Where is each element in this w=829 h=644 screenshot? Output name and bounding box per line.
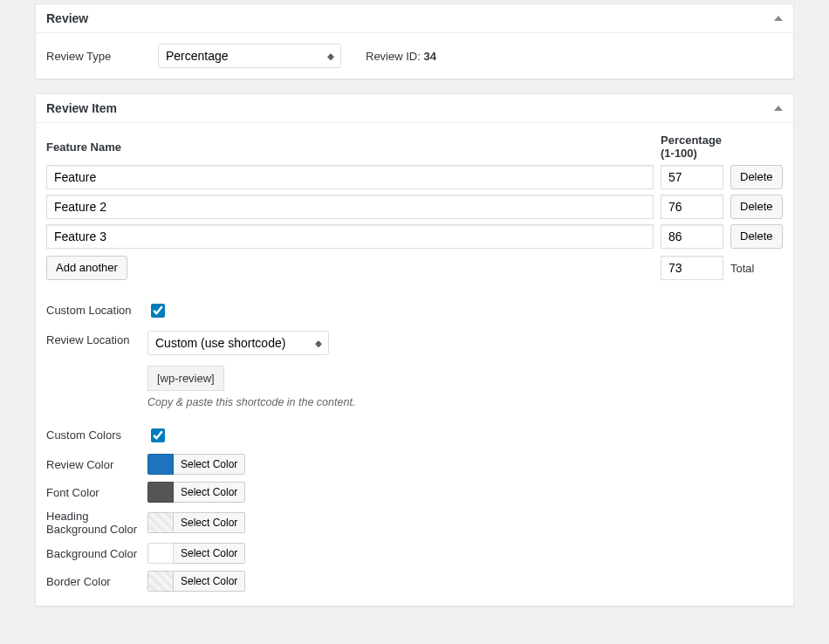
feature-name-input[interactable] bbox=[46, 165, 654, 189]
shortcode-hint: Copy & paste this shortcode in the conte… bbox=[147, 396, 783, 408]
review-panel-title: Review bbox=[46, 11, 88, 25]
feature-row: Delete bbox=[46, 195, 783, 219]
review-panel-header[interactable]: Review bbox=[36, 4, 793, 33]
feature-name-input[interactable] bbox=[46, 195, 654, 219]
color-label: Review Color bbox=[46, 458, 147, 471]
col-percentage: Percentage (1-100) bbox=[661, 134, 723, 160]
review-location-label: Review Location bbox=[46, 331, 147, 346]
feature-name-input[interactable] bbox=[46, 224, 654, 249]
feature-row: Delete bbox=[46, 165, 783, 189]
color-row: Heading Background ColorSelect Color bbox=[46, 506, 783, 539]
custom-location-checkbox[interactable] bbox=[151, 304, 165, 318]
collapse-toggle-icon[interactable] bbox=[774, 106, 783, 111]
delete-button[interactable]: Delete bbox=[730, 224, 783, 249]
color-swatch[interactable] bbox=[147, 543, 174, 564]
color-swatch[interactable] bbox=[147, 571, 174, 592]
feature-row: Delete bbox=[46, 224, 783, 249]
total-value bbox=[661, 256, 723, 280]
color-label: Border Color bbox=[46, 575, 147, 588]
select-color-button[interactable]: Select Color bbox=[174, 543, 245, 564]
color-label: Font Color bbox=[46, 486, 147, 499]
color-swatch[interactable] bbox=[147, 482, 174, 503]
select-color-button[interactable]: Select Color bbox=[174, 482, 245, 503]
add-another-button[interactable]: Add another bbox=[46, 256, 127, 280]
review-type-select[interactable]: Percentage bbox=[158, 44, 341, 68]
color-swatch[interactable] bbox=[147, 512, 174, 533]
feature-pct-input[interactable] bbox=[661, 224, 723, 249]
color-label: Heading Background Color bbox=[46, 510, 147, 536]
color-row: Review ColorSelect Color bbox=[46, 450, 783, 478]
review-type-select-wrap: Percentage bbox=[158, 44, 341, 68]
review-id-text: Review ID: 34 bbox=[366, 50, 436, 63]
review-panel: Review Review Type Percentage Review ID:… bbox=[35, 3, 794, 79]
color-label: Background Color bbox=[46, 547, 147, 560]
total-label: Total bbox=[730, 262, 783, 275]
feature-pct-input[interactable] bbox=[661, 165, 723, 189]
review-item-title: Review Item bbox=[46, 101, 117, 115]
review-item-header[interactable]: Review Item bbox=[36, 94, 793, 123]
review-item-panel: Review Item Feature Name Percentage (1-1… bbox=[35, 93, 794, 606]
feature-pct-input[interactable] bbox=[661, 195, 723, 219]
review-type-label: Review Type bbox=[46, 50, 134, 63]
color-row: Font ColorSelect Color bbox=[46, 478, 783, 506]
select-color-button[interactable]: Select Color bbox=[174, 512, 245, 533]
select-color-button[interactable]: Select Color bbox=[174, 454, 245, 475]
color-row: Background ColorSelect Color bbox=[46, 539, 783, 567]
custom-location-label: Custom Location bbox=[46, 301, 147, 317]
custom-colors-checkbox[interactable] bbox=[151, 428, 165, 442]
delete-button[interactable]: Delete bbox=[730, 195, 783, 219]
color-row: Border ColorSelect Color bbox=[46, 567, 783, 595]
custom-colors-label: Custom Colors bbox=[46, 426, 147, 442]
col-feature-name: Feature Name bbox=[46, 140, 654, 154]
shortcode-box[interactable]: [wp-review] bbox=[147, 366, 224, 391]
delete-button[interactable]: Delete bbox=[730, 165, 783, 189]
collapse-toggle-icon[interactable] bbox=[774, 16, 783, 21]
select-color-button[interactable]: Select Color bbox=[174, 571, 245, 592]
color-swatch[interactable] bbox=[147, 454, 174, 475]
review-location-select[interactable]: Custom (use shortcode) bbox=[147, 331, 329, 355]
